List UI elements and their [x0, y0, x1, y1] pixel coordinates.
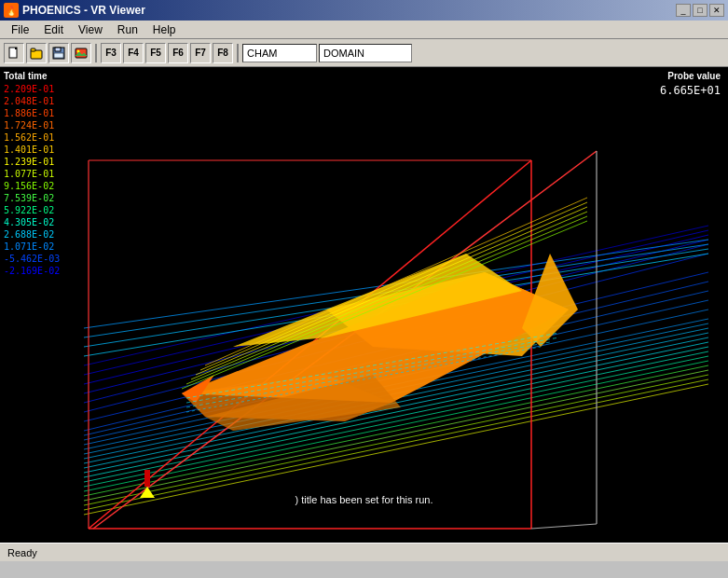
domain-input[interactable]: [319, 44, 412, 62]
toolbar-f7-btn[interactable]: F7: [190, 43, 211, 63]
toolbar-open-btn[interactable]: [26, 43, 47, 63]
toolbar-f8-btn[interactable]: F8: [213, 43, 233, 63]
cham-input[interactable]: [242, 44, 317, 62]
toolbar-f4-btn[interactable]: F4: [123, 43, 144, 63]
scale-value-item: 1.562E-01: [4, 131, 60, 144]
svg-rect-5: [54, 53, 63, 58]
maximize-button[interactable]: □: [693, 4, 707, 17]
scale-value-item: 2.048E-01: [4, 95, 60, 107]
svg-rect-4: [55, 48, 61, 51]
viewport: Total time 2.209E-012.048E-011.886E-011.…: [0, 67, 728, 543]
scale-value-item: 2.209E-01: [4, 83, 60, 95]
menu-bar: File Edit View Run Help: [0, 21, 728, 39]
toolbar-f5-btn[interactable]: F5: [145, 43, 166, 63]
scale-value-item: 2.688E-02: [4, 228, 60, 241]
toolbar-f6-btn[interactable]: F6: [168, 43, 188, 63]
toolbar: F3 F4 F5 F6 F7 F8: [0, 39, 728, 67]
close-button[interactable]: ✕: [709, 4, 724, 17]
scale-value-item: 4.305E-02: [4, 216, 60, 228]
scale-value-item: 1.077E-01: [4, 168, 60, 180]
scale-value-item: -2.169E-02: [4, 265, 60, 277]
total-time-label: Total time: [4, 71, 60, 81]
menu-file[interactable]: File: [4, 21, 36, 38]
title-bar-left: 🔥 PHOENICS - VR Viewer: [4, 3, 145, 18]
toolbar-sep1: [95, 44, 97, 62]
scale-value-item: 1.886E-01: [4, 107, 60, 119]
menu-edit[interactable]: Edit: [36, 21, 71, 38]
toolbar-f3-btn[interactable]: F3: [101, 43, 121, 63]
status-bar: Ready: [0, 543, 728, 561]
window-title: PHOENICS - VR Viewer: [22, 4, 145, 17]
scale-value-item: 7.539E-02: [4, 192, 60, 204]
toolbar-sep2: [237, 44, 239, 62]
probe-value: 6.665E+01: [660, 83, 721, 98]
bottom-message: ) title has been set for this run.: [295, 494, 433, 505]
app-icon: 🔥: [4, 3, 19, 18]
status-text: Ready: [7, 547, 37, 558]
svg-rect-6: [76, 48, 87, 58]
toolbar-new-btn[interactable]: [4, 43, 24, 63]
scale-value-item: 1.724E-01: [4, 119, 60, 131]
svg-rect-54: [144, 470, 150, 487]
minimize-button[interactable]: _: [676, 4, 691, 17]
toolbar-save-btn[interactable]: [48, 43, 69, 63]
scale-value-item: -5.462E-03: [4, 253, 60, 265]
scale-value-item: 1.239E-01: [4, 156, 60, 168]
menu-run[interactable]: Run: [110, 21, 145, 38]
scale-value-item: 9.156E-02: [4, 180, 60, 192]
scale-value-item: 1.401E-01: [4, 144, 60, 156]
menu-help[interactable]: Help: [145, 21, 184, 38]
color-scale: Total time 2.209E-012.048E-011.886E-011.…: [4, 71, 60, 277]
svg-rect-2: [31, 48, 35, 51]
scale-value-item: 5.922E-02: [4, 204, 60, 216]
toolbar-img-btn[interactable]: [71, 43, 91, 63]
title-bar: 🔥 PHOENICS - VR Viewer _ □ ✕: [0, 0, 728, 21]
menu-view[interactable]: View: [71, 21, 110, 38]
scale-value-item: 1.071E-02: [4, 241, 60, 253]
probe-value-panel: Probe value 6.665E+01: [660, 71, 721, 98]
probe-value-label: Probe value: [660, 71, 721, 81]
title-controls[interactable]: _ □ ✕: [676, 4, 724, 17]
3d-scene: [0, 67, 728, 543]
